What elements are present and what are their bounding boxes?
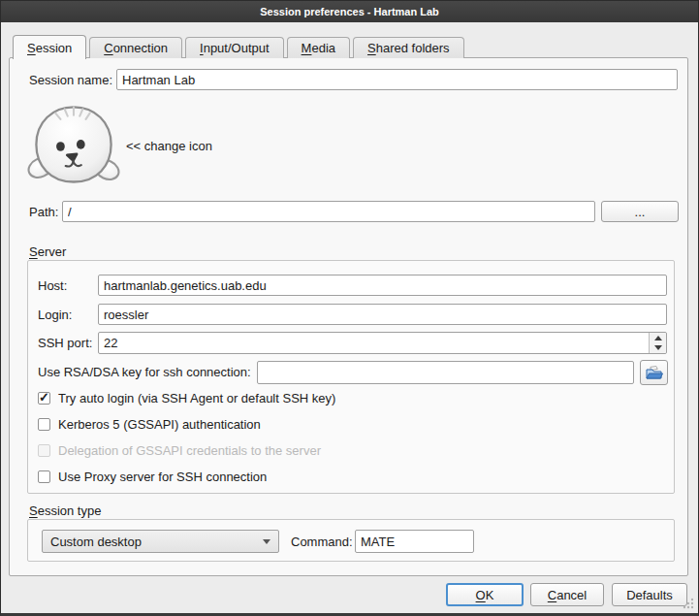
seal-icon [27, 105, 120, 188]
checkbox-kerberos-label: Kerberos 5 (GSSAPI) authentication [58, 417, 261, 432]
defaults-button[interactable]: Defaults [612, 583, 687, 606]
browse-key-button[interactable] [640, 360, 668, 385]
command-input[interactable] [355, 530, 474, 553]
browse-path-label: ... [635, 205, 646, 219]
window-titlebar[interactable]: Session preferences - Hartman Lab [1, 1, 698, 22]
chevron-down-icon [263, 539, 270, 544]
spin-up-icon [654, 336, 662, 340]
tab-connection-label: Connection [104, 41, 168, 55]
cancel-button[interactable]: Cancel [530, 583, 604, 606]
path-input[interactable] [62, 201, 595, 222]
host-label: Host: [38, 278, 67, 293]
tab-input-output-label: Input/Output [200, 41, 270, 55]
checkbox-box[interactable]: ✓ [38, 470, 50, 483]
command-label: Command: [291, 535, 353, 549]
checkbox-box[interactable]: ✓ [38, 392, 50, 405]
ssh-port-spinner [98, 332, 667, 354]
checkbox-proxy-label: Use Proxy server for SSH connection [58, 470, 267, 484]
tab-session-label: Session [27, 41, 72, 55]
tab-shared-folders-label: Shared folders [367, 41, 450, 55]
tab-shared-folders[interactable]: Shared folders [353, 37, 464, 58]
tab-connection[interactable]: Connection [89, 37, 182, 58]
tab-input-output[interactable]: Input/Output [185, 37, 284, 58]
server-group-frame: Host: Login: SSH port: Use RSA/DSA key f… [27, 260, 675, 494]
tab-bar: Session Connection Input/Output Media Sh… [13, 35, 467, 58]
session-tab-page: Session name: < [9, 57, 688, 576]
resize-grip[interactable] [682, 597, 694, 609]
session-type-selected: Custom desktop [50, 535, 257, 549]
tab-media[interactable]: Media [287, 37, 350, 58]
ssh-port-input[interactable] [98, 332, 667, 354]
spin-down-icon [654, 345, 662, 350]
login-label: Login: [38, 308, 72, 322]
host-input[interactable] [98, 275, 667, 296]
ssh-port-spin-buttons [649, 333, 666, 353]
session-icon-button[interactable] [27, 105, 120, 188]
server-group-label: Server [29, 244, 66, 259]
path-label: Path: [29, 205, 58, 219]
checkmark-icon: ✓ [39, 390, 49, 405]
checkbox-auto-login-label: Try auto login (via SSH Agent or default… [58, 391, 335, 405]
spin-up-button[interactable] [650, 333, 666, 343]
checkbox-box[interactable]: ✓ [38, 418, 50, 431]
session-name-label: Session name: [29, 73, 112, 87]
session-type-group-label: Session type [29, 503, 101, 518]
tab-session[interactable]: Session [13, 35, 86, 59]
checkbox-kerberos[interactable]: ✓ Kerberos 5 (GSSAPI) authentication [38, 416, 261, 432]
session-name-input[interactable] [116, 69, 678, 90]
session-type-group-frame: Custom desktop Command: [27, 519, 675, 562]
checkbox-proxy[interactable]: ✓ Use Proxy server for SSH connection [38, 469, 267, 484]
checkbox-gssapi-delegation: ✓ Delegation of GSSAPI credentials to th… [38, 442, 321, 458]
change-icon-label: << change icon [126, 139, 212, 153]
rsa-key-input[interactable] [257, 361, 634, 384]
ok-button[interactable]: OK [446, 583, 524, 606]
tab-media-label: Media [302, 41, 335, 55]
window-title: Session preferences - Hartman Lab [260, 6, 439, 17]
session-type-dropdown[interactable]: Custom desktop [42, 530, 279, 553]
ok-button-label: OK [476, 588, 494, 602]
folder-open-icon [646, 366, 663, 380]
session-preferences-dialog: Session preferences - Hartman Lab Sessio… [0, 0, 699, 616]
browse-path-button[interactable]: ... [601, 201, 679, 222]
checkbox-gssapi-delegation-label: Delegation of GSSAPI credentials to the … [58, 443, 321, 458]
login-input[interactable] [98, 304, 667, 325]
spin-down-button[interactable] [650, 343, 666, 354]
ssh-port-label: SSH port: [38, 336, 92, 350]
checkbox-box: ✓ [38, 444, 50, 457]
checkbox-auto-login[interactable]: ✓ Try auto login (via SSH Agent or defau… [38, 390, 335, 405]
defaults-button-label: Defaults [626, 588, 673, 602]
rsa-key-label: Use RSA/DSA key for ssh connection: [38, 365, 251, 379]
cancel-button-label: Cancel [548, 588, 587, 602]
